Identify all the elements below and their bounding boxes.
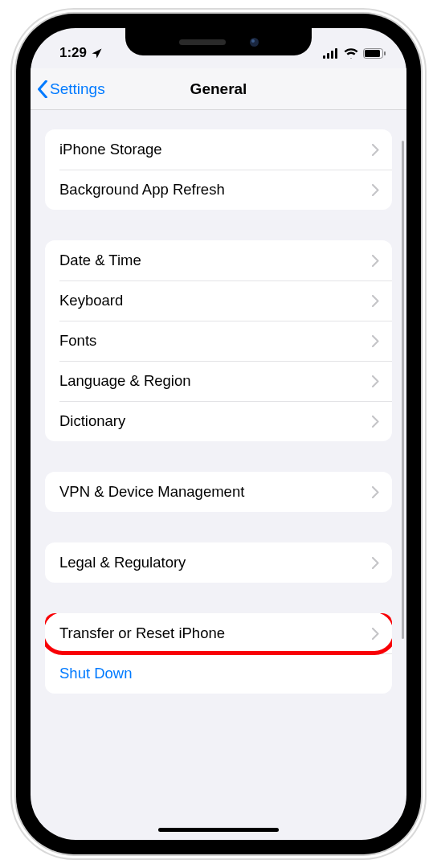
row-label: Date & Time [59, 252, 141, 269]
row-transfer-reset[interactable]: Transfer or Reset iPhone [45, 613, 392, 653]
home-indicator[interactable] [158, 828, 279, 832]
row-label: Language & Region [59, 372, 191, 390]
svg-rect-0 [323, 55, 325, 59]
back-label: Settings [50, 80, 105, 98]
content: iPhone Storage Background App Refresh Da… [31, 110, 406, 840]
chevron-right-icon [372, 335, 379, 347]
chevron-right-icon [372, 416, 379, 428]
camera-icon [250, 38, 259, 47]
row-date-time[interactable]: Date & Time [45, 240, 392, 280]
row-vpn-device-management[interactable]: VPN & Device Management [45, 472, 392, 512]
row-fonts[interactable]: Fonts [45, 321, 392, 361]
row-legal-regulatory[interactable]: Legal & Regulatory [45, 542, 392, 583]
row-label: VPN & Device Management [59, 483, 244, 501]
settings-group: iPhone Storage Background App Refresh [45, 129, 392, 210]
chevron-right-icon [372, 486, 379, 498]
notch [125, 28, 312, 55]
row-keyboard[interactable]: Keyboard [45, 280, 392, 321]
location-arrow-icon [91, 47, 103, 59]
row-label: Shut Down [59, 665, 133, 682]
chevron-left-icon [37, 80, 48, 98]
settings-group: Date & Time Keyboard Fonts Language & Re… [45, 240, 392, 441]
svg-rect-1 [327, 53, 329, 59]
row-label: iPhone Storage [59, 141, 162, 158]
row-label: Keyboard [59, 292, 123, 309]
row-label: Fonts [59, 332, 96, 350]
page-title: General [190, 80, 247, 98]
chevron-right-icon [372, 144, 379, 156]
chevron-right-icon [372, 295, 379, 307]
nav-bar: Settings General [31, 68, 406, 110]
svg-rect-6 [384, 51, 386, 55]
phone-frame: 1:29 [0, 0, 437, 868]
chevron-right-icon [372, 557, 379, 569]
status-right [323, 48, 386, 59]
row-label: Legal & Regulatory [59, 554, 186, 571]
scroll-indicator[interactable] [402, 141, 404, 639]
row-language-region[interactable]: Language & Region [45, 361, 392, 401]
cellular-signal-icon [323, 48, 339, 59]
battery-icon [363, 48, 386, 59]
chevron-right-icon [372, 184, 379, 196]
back-button[interactable]: Settings [37, 68, 105, 109]
chevron-right-icon [372, 255, 379, 267]
svg-rect-5 [365, 50, 380, 57]
screen: 1:29 [31, 28, 406, 840]
row-label: Transfer or Reset iPhone [59, 624, 225, 642]
row-iphone-storage[interactable]: iPhone Storage [45, 129, 392, 170]
settings-group: VPN & Device Management [45, 472, 392, 512]
row-label: Dictionary [59, 412, 125, 430]
row-background-app-refresh[interactable]: Background App Refresh [45, 170, 392, 210]
svg-rect-2 [331, 51, 333, 59]
row-label: Background App Refresh [59, 181, 225, 199]
row-shut-down[interactable]: Shut Down [45, 653, 392, 694]
chevron-right-icon [372, 628, 379, 640]
speaker-icon [179, 39, 226, 45]
settings-group: Legal & Regulatory [45, 542, 392, 583]
wifi-icon [344, 48, 358, 59]
svg-rect-3 [335, 48, 337, 59]
settings-group: Transfer or Reset iPhone Shut Down [45, 613, 392, 694]
chevron-right-icon [372, 375, 379, 387]
status-time: 1:29 [59, 45, 87, 61]
status-left: 1:29 [59, 45, 103, 61]
row-dictionary[interactable]: Dictionary [45, 401, 392, 441]
phone-body: 1:29 [16, 14, 421, 854]
